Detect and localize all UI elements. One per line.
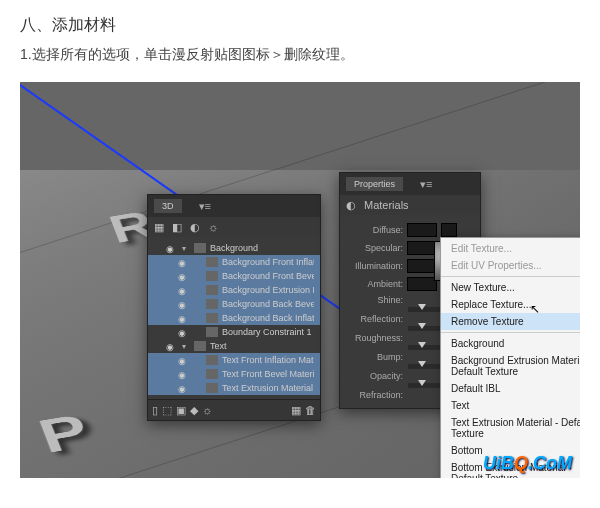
panel-tabbar: Properties ▾≡ xyxy=(340,173,480,195)
layer-type-icon xyxy=(206,257,218,267)
diffuse-swatch[interactable] xyxy=(407,223,437,237)
footer-icon[interactable]: ▣ xyxy=(176,404,186,417)
mouse-cursor-icon: ↖ xyxy=(530,302,540,316)
tab-properties[interactable]: Properties xyxy=(346,177,403,191)
menu-item[interactable]: Text Extrusion Material - Default Textur… xyxy=(441,414,580,442)
visibility-icon[interactable] xyxy=(178,257,190,267)
layer-type-icon xyxy=(206,355,218,365)
caret-icon[interactable]: ▾ xyxy=(182,244,190,253)
layer-type-icon xyxy=(206,369,218,379)
visibility-icon[interactable] xyxy=(166,243,178,253)
illumination-swatch[interactable] xyxy=(407,259,437,273)
layer-row[interactable]: Background Front Inflation ... xyxy=(148,255,320,269)
layer-type-icon xyxy=(206,383,218,393)
layer-row[interactable]: Text Front Bevel Material xyxy=(148,367,320,381)
properties-mode-bar: ◐ Materials xyxy=(340,195,480,215)
layer-row[interactable]: Background Back Inflation ... xyxy=(148,311,320,325)
label-opacity: Opacity: xyxy=(348,371,403,381)
label-ambient: Ambient: xyxy=(348,279,403,289)
layer-row[interactable]: Boundary Constraint 1 xyxy=(148,325,320,339)
menu-item[interactable]: Background Extrusion Material - Default … xyxy=(441,352,580,380)
visibility-icon[interactable] xyxy=(178,327,190,337)
label-diffuse: Diffuse: xyxy=(348,225,403,235)
materials-tab-label[interactable]: Materials xyxy=(364,199,409,211)
layer-name: Background Back Bevel Ma... xyxy=(222,299,314,309)
footer-icon[interactable]: ☼ xyxy=(202,404,212,416)
footer-icon[interactable]: ▯ xyxy=(152,404,158,417)
ambient-swatch[interactable] xyxy=(407,277,437,291)
layer-type-icon xyxy=(194,341,206,351)
layer-row[interactable]: ▾Text xyxy=(148,339,320,353)
visibility-icon[interactable] xyxy=(178,271,190,281)
layer-row[interactable]: ▾Background xyxy=(148,241,320,255)
layer-type-icon xyxy=(206,285,218,295)
footer-icon[interactable]: ◆ xyxy=(190,404,198,417)
menu-item[interactable]: Default IBL xyxy=(441,380,580,397)
layer-type-icon xyxy=(206,271,218,281)
layer-type-icon xyxy=(194,243,206,253)
layer-name: Text Front Inflation Material xyxy=(222,355,314,365)
materials-mode-icon[interactable]: ◐ xyxy=(346,199,356,212)
menu-item[interactable]: Background xyxy=(441,335,580,352)
layer-type-icon xyxy=(206,313,218,323)
layer-type-icon xyxy=(206,299,218,309)
layer-name: Text xyxy=(210,341,314,351)
menu-item: Edit UV Properties... xyxy=(441,257,580,274)
menu-item: Edit Texture... xyxy=(441,240,580,257)
layer-name: Text Extrusion Material xyxy=(222,383,314,393)
label-refraction: Refraction: xyxy=(348,390,403,400)
layer-name: Text Front Bevel Material xyxy=(222,369,314,379)
render-icon[interactable]: ▦ xyxy=(291,404,301,417)
menu-item[interactable]: New Texture... xyxy=(441,279,580,296)
menu-item[interactable]: Remove Texture xyxy=(441,313,580,330)
menu-item[interactable]: Text xyxy=(441,397,580,414)
filter-mesh-icon[interactable]: ◧ xyxy=(172,221,182,234)
panel-footer: ▯ ⬚ ▣ ◆ ☼ ▦ 🗑 xyxy=(148,399,320,420)
label-roughness: Roughness: xyxy=(348,333,403,343)
specular-swatch[interactable] xyxy=(407,241,437,255)
visibility-icon[interactable] xyxy=(178,355,190,365)
layer-name: Background Back Inflation ... xyxy=(222,313,314,323)
layer-type-icon xyxy=(206,327,218,337)
visibility-icon[interactable] xyxy=(178,299,190,309)
panel-tabbar: 3D ▾≡ xyxy=(148,195,320,217)
visibility-icon[interactable] xyxy=(178,313,190,323)
layer-name: Background Extrusion Mat... xyxy=(222,285,314,295)
panel-menu-icon[interactable]: ▾≡ xyxy=(420,178,432,191)
label-reflection: Reflection: xyxy=(348,314,403,324)
layer-name: Background Front Bevel Ma... xyxy=(222,271,314,281)
layer-row[interactable]: Text Extrusion Material xyxy=(148,381,320,395)
menu-item[interactable]: Replace Texture... xyxy=(441,296,580,313)
step-text: 1.选择所有的选项，单击漫反射贴图图标＞删除纹理。 xyxy=(20,46,580,64)
texture-context-menu[interactable]: Edit Texture...Edit UV Properties...New … xyxy=(440,237,580,478)
footer-icon[interactable]: ⬚ xyxy=(162,404,172,417)
filter-light-icon[interactable]: ☼ xyxy=(208,221,218,233)
visibility-icon[interactable] xyxy=(178,285,190,295)
filter-toolbar: ▦ ◧ ◐ ☼ xyxy=(148,217,320,237)
visibility-icon[interactable] xyxy=(178,383,190,393)
panel-menu-icon[interactable]: ▾≡ xyxy=(199,200,211,213)
label-shine: Shine: xyxy=(348,295,403,305)
watermark: UiBQ.CoM xyxy=(483,453,572,474)
layer-row[interactable]: Background Back Bevel Ma... xyxy=(148,297,320,311)
tab-3d[interactable]: 3D xyxy=(154,199,182,213)
panel-3d[interactable]: 3D ▾≡ ▦ ◧ ◐ ☼ ▾BackgroundBackground Fron… xyxy=(147,194,321,421)
layer-row[interactable]: Background Extrusion Mat... xyxy=(148,283,320,297)
diffuse-map-button[interactable] xyxy=(441,223,457,237)
screenshot-area: P R Ó D 3D ▾≡ ▦ ◧ ◐ ☼ ▾BackgroundBackgro… xyxy=(20,82,580,478)
caret-icon[interactable]: ▾ xyxy=(182,342,190,351)
trash-icon[interactable]: 🗑 xyxy=(305,404,316,416)
filter-all-icon[interactable]: ▦ xyxy=(154,221,164,234)
section-heading: 八、添加材料 xyxy=(20,15,580,36)
visibility-icon[interactable] xyxy=(166,341,178,351)
layer-row[interactable]: Text Front Inflation Material xyxy=(148,353,320,367)
layer-name: Boundary Constraint 1 xyxy=(222,327,314,337)
layer-name: Background Front Inflation ... xyxy=(222,257,314,267)
scene-layer-list[interactable]: ▾BackgroundBackground Front Inflation ..… xyxy=(148,237,320,399)
layer-name: Background xyxy=(210,243,314,253)
filter-material-icon[interactable]: ◐ xyxy=(190,221,200,234)
label-bump: Bump: xyxy=(348,352,403,362)
label-specular: Specular: xyxy=(348,243,403,253)
layer-row[interactable]: Background Front Bevel Ma... xyxy=(148,269,320,283)
visibility-icon[interactable] xyxy=(178,369,190,379)
